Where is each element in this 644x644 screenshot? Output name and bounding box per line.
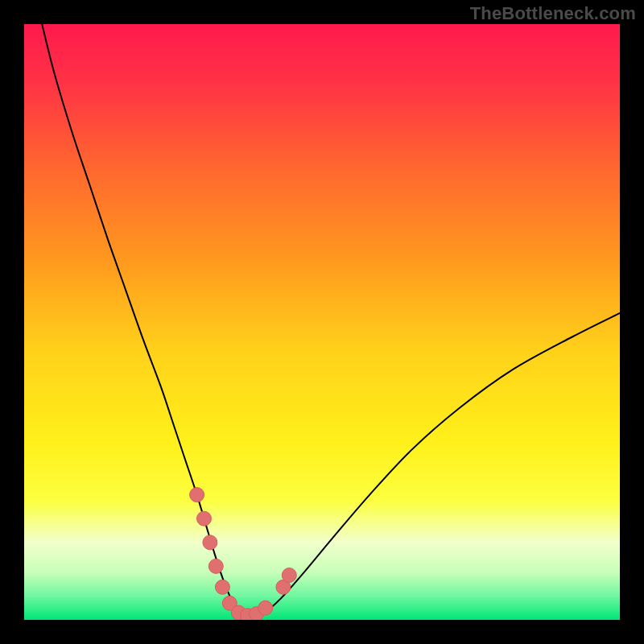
highlight-marker — [282, 568, 296, 583]
highlight-marker — [203, 535, 217, 550]
highlight-marker — [215, 580, 229, 594]
highlight-marker — [196, 511, 211, 526]
bottleneck-chart — [24, 24, 620, 620]
highlight-marker — [258, 601, 273, 615]
chart-frame: TheBottleneck.com — [0, 0, 644, 644]
highlight-marker — [190, 488, 204, 502]
highlight-marker — [208, 559, 223, 573]
plot-area — [24, 24, 620, 620]
gradient-background — [24, 24, 620, 620]
watermark-label: TheBottleneck.com — [470, 3, 636, 24]
